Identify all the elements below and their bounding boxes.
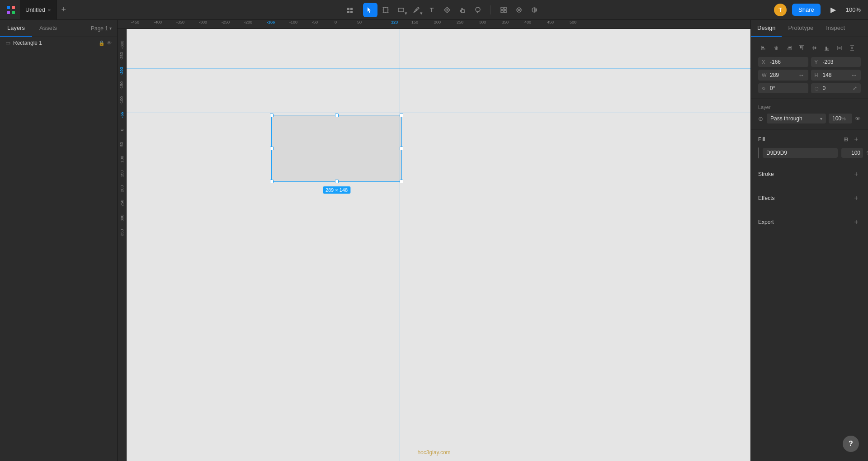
fill-grid-icon[interactable]: ⊞ xyxy=(844,136,848,143)
page-selector[interactable]: Page 1 ▾ xyxy=(85,20,117,37)
y-field[interactable]: Y xyxy=(811,57,861,67)
assets-tab[interactable]: Assets xyxy=(32,20,64,37)
move-tool[interactable] xyxy=(363,3,377,17)
tab-title: Untitled xyxy=(25,6,45,13)
align-bottom-button[interactable] xyxy=(821,43,832,53)
new-tab-button[interactable]: + xyxy=(57,5,71,14)
effects-add-button[interactable]: + xyxy=(852,194,861,203)
inspect-tab[interactable]: Inspect xyxy=(820,20,851,37)
pen-tool[interactable]: ▾ xyxy=(409,3,424,17)
w-field[interactable]: W ↔ xyxy=(758,70,808,81)
handle-bottom-mid[interactable] xyxy=(335,180,339,183)
align-top-button[interactable] xyxy=(796,43,807,53)
fill-color-swatch[interactable] xyxy=(758,147,759,158)
h-field[interactable]: H ↔ xyxy=(811,70,861,81)
visibility-icon[interactable]: 👁 xyxy=(107,40,112,46)
align-left-button[interactable] xyxy=(758,43,769,53)
topbar-left: Untitled × + xyxy=(0,0,118,20)
distribute-h-button[interactable] xyxy=(834,43,845,53)
align-center-v-button[interactable] xyxy=(809,43,820,53)
tab-close-icon[interactable]: × xyxy=(48,7,51,13)
text-tool[interactable]: T xyxy=(425,3,439,17)
toolbar: ▾ ▾ T xyxy=(118,3,767,17)
right-panel-tabs: Design Prototype Inspect xyxy=(751,20,868,37)
app-icon xyxy=(4,3,18,17)
w-constrain-icon[interactable]: ↔ xyxy=(798,71,805,79)
blend-mode-value: Pass through xyxy=(770,115,817,122)
handle-top-mid[interactable] xyxy=(335,114,339,117)
stroke-add-button[interactable]: + xyxy=(852,170,861,179)
multiplayer-tool[interactable] xyxy=(496,3,511,17)
fill-opacity-input[interactable] xyxy=(841,148,863,158)
handle-left-mid[interactable] xyxy=(270,147,274,150)
menu-tool[interactable] xyxy=(343,3,357,17)
export-add-button[interactable]: + xyxy=(852,218,861,227)
handle-bottom-right[interactable] xyxy=(400,180,403,183)
effects-section: Effects + xyxy=(751,188,868,212)
plugins-tool[interactable] xyxy=(512,3,526,17)
alignment-row-1 xyxy=(758,43,861,53)
fill-section-title: Fill xyxy=(758,136,765,143)
effects-section-header: Effects + xyxy=(758,194,861,203)
fill-hex-input[interactable] xyxy=(763,148,838,158)
prototype-tab[interactable]: Prototype xyxy=(782,20,820,37)
distribute-v-button[interactable] xyxy=(847,43,858,53)
comment-tool[interactable] xyxy=(471,3,485,17)
layer-type-icon: ▭ xyxy=(5,40,10,46)
file-tab[interactable]: Untitled × xyxy=(20,0,57,20)
w-input[interactable] xyxy=(770,72,798,78)
tool-group-main: ▾ ▾ T xyxy=(343,3,485,17)
h-input[interactable] xyxy=(823,72,851,78)
share-button[interactable]: Share xyxy=(792,4,821,16)
handle-top-right[interactable] xyxy=(400,114,403,117)
size-badge: 289 × 148 xyxy=(323,186,350,194)
blend-mode-chevron: ▾ xyxy=(820,116,822,121)
fill-add-button[interactable]: + xyxy=(852,135,861,144)
corner-input[interactable] xyxy=(823,85,853,91)
svg-point-25 xyxy=(476,7,480,12)
x-label: X xyxy=(762,59,768,65)
x-field[interactable]: X xyxy=(758,57,808,67)
play-button[interactable]: ▶ xyxy=(826,3,840,17)
corner-field[interactable]: ◌ ⤢ xyxy=(811,83,861,93)
blend-mode-selector[interactable]: Pass through ▾ xyxy=(767,114,826,124)
design-tab[interactable]: Design xyxy=(751,20,782,37)
svg-rect-21 xyxy=(398,8,404,12)
handle-top-left[interactable] xyxy=(270,114,274,117)
w-label: W xyxy=(762,72,768,78)
rotation-input[interactable] xyxy=(770,85,805,91)
layers-tab[interactable]: Layers xyxy=(0,20,32,37)
opacity-field[interactable]: 100 % xyxy=(829,114,852,124)
y-input[interactable] xyxy=(823,59,858,65)
canvas-area[interactable]: -450 -400 -350 -300 -250 -200 -166 -100 … xyxy=(118,20,750,461)
stroke-section: Stroke + xyxy=(751,164,868,188)
svg-rect-8 xyxy=(383,8,388,12)
frame-tool[interactable] xyxy=(378,3,393,17)
hand-tool[interactable] xyxy=(455,3,470,17)
shape-tool[interactable]: ▾ xyxy=(394,3,408,17)
lock-icon[interactable]: 🔒 xyxy=(99,40,105,46)
help-button[interactable]: ? xyxy=(843,436,859,452)
zoom-level[interactable]: 100% xyxy=(846,6,861,13)
layer-item-rectangle[interactable]: ▭ Rectangle 1 🔒 👁 xyxy=(0,37,117,49)
align-center-h-button[interactable] xyxy=(771,43,782,53)
corner-expand-icon[interactable]: ⤢ xyxy=(853,85,857,91)
user-avatar[interactable]: T xyxy=(774,4,787,16)
handle-right-mid[interactable] xyxy=(400,147,403,150)
rectangle-1[interactable] xyxy=(271,115,402,182)
align-right-button[interactable] xyxy=(783,43,794,53)
svg-rect-1 xyxy=(12,6,15,9)
rotation-field[interactable]: ↻ xyxy=(758,83,808,93)
contrast-tool[interactable] xyxy=(527,3,542,17)
layer-visibility-icon[interactable]: 👁 xyxy=(855,115,861,122)
svg-rect-47 xyxy=(815,47,816,49)
canvas-content[interactable]: 289 × 148 xyxy=(127,29,750,461)
stroke-section-header: Stroke + xyxy=(758,170,861,179)
h-constrain-icon[interactable]: ↔ xyxy=(851,71,857,79)
x-input[interactable] xyxy=(770,59,805,65)
rectangle-1-container[interactable]: 289 × 148 xyxy=(271,115,402,182)
component-tool[interactable] xyxy=(440,3,454,17)
svg-rect-53 xyxy=(839,47,841,49)
svg-rect-27 xyxy=(501,7,503,10)
handle-bottom-left[interactable] xyxy=(270,180,274,183)
